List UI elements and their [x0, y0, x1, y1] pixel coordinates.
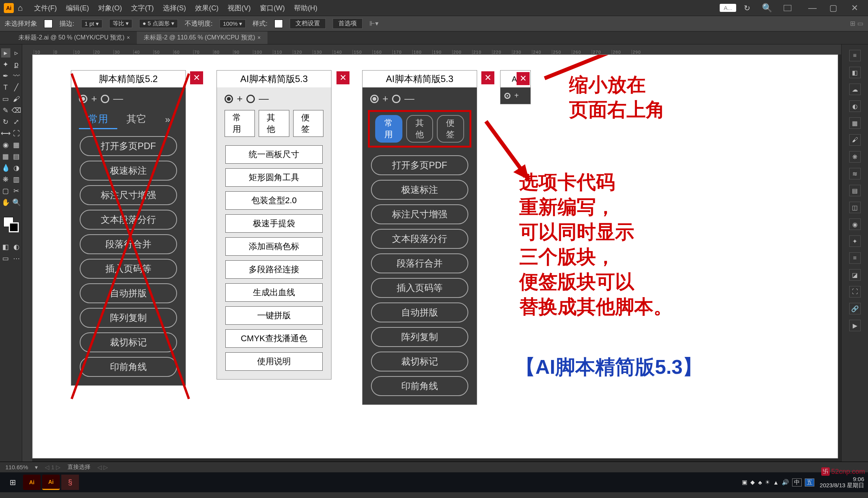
actions-panel-icon[interactable]: ▶ — [849, 320, 861, 331]
script-button[interactable]: 打开多页PDF — [80, 136, 177, 156]
menu-type[interactable]: 文字(T) — [131, 3, 154, 13]
appearance-panel-icon[interactable]: ◉ — [849, 219, 861, 230]
gradient-tool[interactable]: ▤ — [12, 152, 21, 161]
fill-stroke-control[interactable] — [3, 217, 19, 232]
color-mode-icon[interactable]: ◧ — [1, 242, 10, 251]
close-icon[interactable]: × — [258, 35, 261, 41]
system-tray[interactable]: ▣ ◆ ♣ ☀ ▲ 🔊 中 五 — [742, 478, 814, 486]
script-button[interactable]: 统一画板尺寸 — [225, 145, 323, 164]
brush-select[interactable]: ● 5 点圆形 ▾ — [139, 19, 178, 28]
artboard-tool[interactable]: ▢ — [1, 186, 10, 196]
tab-common[interactable]: 常用 — [225, 110, 255, 137]
style-swatch[interactable] — [274, 20, 283, 28]
script-button[interactable]: 文本段落分行 — [371, 229, 468, 249]
script-button[interactable]: 打开多页PDF — [371, 155, 468, 175]
tab-other[interactable]: 其他 — [406, 115, 433, 143]
script-button[interactable]: 自动拼版 — [371, 302, 468, 322]
radio-icon[interactable] — [504, 93, 510, 99]
tab-other[interactable]: 其它 — [117, 110, 156, 129]
tab-notes[interactable]: 便签 — [293, 110, 323, 137]
menu-file[interactable]: 文件(F) — [34, 3, 57, 13]
script-button[interactable]: 标注尺寸增强 — [80, 185, 177, 205]
radio-icon[interactable] — [79, 95, 87, 103]
script-button[interactable]: 文本段落分行 — [80, 210, 177, 230]
script-button[interactable]: 阵列复制 — [80, 308, 177, 328]
magic-wand-tool[interactable]: ✦ — [1, 60, 10, 69]
menu-effect[interactable]: 效果(C) — [195, 3, 218, 13]
mesh-tool[interactable]: ▦ — [1, 152, 10, 161]
script-button[interactable]: 阵列复制 — [371, 327, 468, 347]
close-button[interactable]: ✕ — [845, 3, 864, 13]
script-button[interactable]: 生成出血线 — [225, 283, 323, 302]
transform-panel-icon[interactable]: ⛶ — [849, 286, 861, 297]
tab-other[interactable]: 其他 — [259, 110, 289, 137]
volume-icon[interactable]: 🔊 — [782, 479, 789, 486]
symbol-sprayer-tool[interactable]: ❋ — [1, 175, 10, 184]
preferences-button[interactable]: 首选项 — [333, 18, 363, 29]
menu-edit[interactable]: 编辑(E) — [66, 3, 89, 13]
artboard[interactable]: 脚本精简版5.2 ✕ + — 常用其它» 打开多页PDF 极速标注 标注尺寸增强… — [32, 54, 838, 459]
uniform-scale-select[interactable]: 等比 ▾ — [109, 19, 132, 28]
zoom-level[interactable]: 110.65% — [5, 464, 28, 470]
type-tool[interactable]: T — [1, 83, 10, 92]
script-button[interactable]: 裁切标记 — [371, 352, 468, 371]
zoom-tool[interactable]: 🔍 — [12, 198, 21, 207]
rotate-tool[interactable]: ↻ — [1, 117, 10, 127]
script-button[interactable]: 自动拼版 — [80, 283, 177, 303]
script-button[interactable]: 多段路径连接 — [225, 260, 323, 279]
curvature-tool[interactable]: 〰 — [12, 71, 21, 81]
radio-icon[interactable] — [225, 95, 233, 103]
tray-icon[interactable]: ▣ — [742, 479, 747, 486]
lasso-tool[interactable]: ք — [12, 60, 21, 69]
fill-swatch[interactable] — [44, 20, 53, 28]
tab-common[interactable]: 常用 — [79, 110, 117, 129]
script-button[interactable]: 印前角线 — [371, 376, 468, 396]
script-button[interactable]: 使用说明 — [225, 352, 323, 371]
align-icon[interactable]: ⊩▾ — [369, 20, 379, 28]
script-button[interactable]: 包装盒型2.0 — [225, 191, 323, 210]
graphic-styles-panel-icon[interactable]: ✦ — [849, 235, 861, 247]
ime-icon[interactable]: 五 — [805, 478, 814, 486]
shaper-tool[interactable]: ✎ — [1, 106, 10, 115]
search-field-top[interactable]: A... — [720, 4, 736, 12]
taskbar-ai-2[interactable]: Ai — [42, 475, 60, 490]
layers-panel-icon[interactable]: ◧ — [849, 67, 861, 78]
script-button[interactable]: CMYK查找潘通色 — [225, 329, 323, 348]
script-button[interactable]: 极速标注 — [371, 180, 468, 200]
color-panel-icon[interactable]: ◐ — [849, 100, 861, 112]
opacity-select[interactable]: 100% ▾ — [220, 20, 246, 28]
radio-icon[interactable] — [370, 95, 379, 103]
properties-panel-icon[interactable]: ≡ — [849, 50, 861, 61]
tab-common[interactable]: 常用 — [375, 115, 402, 143]
script-button[interactable]: 矩形圆角工具 — [225, 168, 323, 187]
doc-tab-1[interactable]: 未标题-2 @ 110.65 % (CMYK/CPU 预览)× — [137, 31, 267, 44]
panel-toggle-icon[interactable]: ⊞ ▭ — [850, 20, 863, 28]
radio-icon[interactable] — [246, 95, 255, 103]
menu-select[interactable]: 选择(S) — [163, 3, 186, 13]
close-icon[interactable]: ✕ — [481, 71, 494, 84]
gradient-panel-icon[interactable]: ▤ — [849, 185, 861, 196]
close-icon[interactable]: × — [127, 35, 130, 41]
taskbar-app[interactable]: § — [61, 475, 79, 490]
script-button[interactable]: 段落行合并 — [371, 253, 468, 273]
script-button[interactable]: 添加画稿色标 — [225, 237, 323, 256]
shape-builder-tool[interactable]: ◉ — [1, 140, 10, 150]
chevron-right-icon[interactable]: » — [165, 114, 178, 125]
script-button[interactable]: 一键拼版 — [225, 306, 323, 325]
doc-tab-0[interactable]: 未标题-2.ai @ 50 % (CMYK/CPU 预览)× — [11, 31, 137, 44]
menu-help[interactable]: 帮助(H) — [294, 3, 317, 13]
links-panel-icon[interactable]: 🔗 — [849, 303, 861, 314]
direct-selection-tool[interactable]: ▹ — [12, 48, 21, 58]
draw-mode-icon[interactable]: ◐ — [12, 242, 21, 251]
script-button[interactable]: 极速手提袋 — [225, 214, 323, 233]
ime-icon[interactable]: 中 — [792, 478, 802, 486]
free-transform-tool[interactable]: ⛶ — [12, 129, 21, 138]
maximize-button[interactable]: ▢ — [824, 3, 843, 13]
document-setup-button[interactable]: 文档设置 — [290, 18, 326, 29]
start-button[interactable]: ⊞ — [4, 475, 21, 490]
libraries-panel-icon[interactable]: ☁ — [849, 84, 861, 95]
tray-icon[interactable]: ▲ — [773, 479, 779, 486]
graph-tool[interactable]: ▥ — [12, 175, 21, 184]
screen-mode-icon[interactable]: ▭ — [1, 254, 10, 263]
rectangle-tool[interactable]: ▭ — [1, 94, 10, 104]
